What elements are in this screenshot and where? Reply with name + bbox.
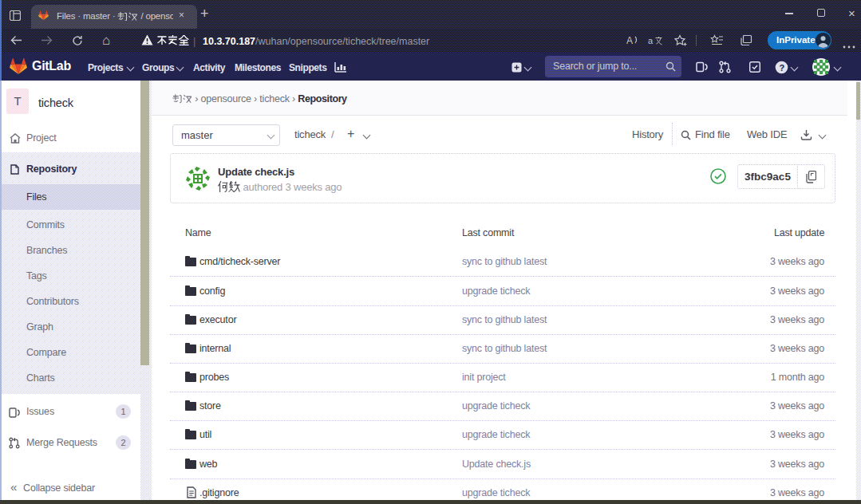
svg-text:?: ? <box>780 63 785 73</box>
svg-text:a: a <box>648 36 654 45</box>
svg-text:A: A <box>626 35 633 46</box>
